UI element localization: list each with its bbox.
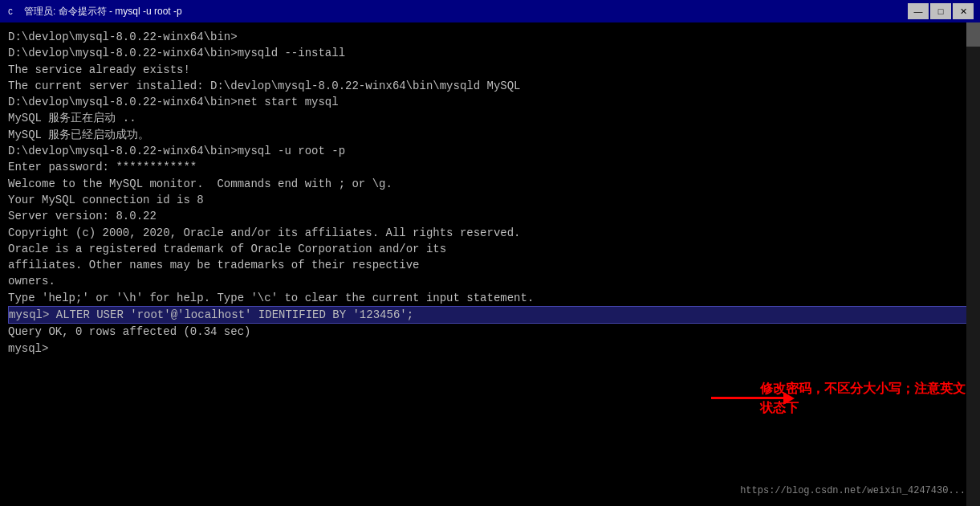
terminal-line: The current server installed: D:\devlop\… — [8, 78, 972, 94]
window-title: 管理员: 命令提示符 - mysql -u root -p — [24, 5, 908, 18]
svg-text:C: C — [8, 8, 13, 17]
terminal-line: Enter password: ************ — [8, 159, 972, 175]
window-controls: — □ ✕ — [908, 3, 974, 19]
terminal-line: D:\devlop\mysql-8.0.22-winx64\bin>mysqld… — [8, 45, 972, 61]
terminal-line: Server version: 8.0.22 — [8, 208, 972, 224]
cmd-icon: C — [6, 5, 19, 18]
url-text: https://blog.csdn.net/weixin_4247430... — [740, 485, 966, 496]
maximize-button[interactable]: □ — [930, 3, 951, 19]
title-bar: C 管理员: 命令提示符 - mysql -u root -p — □ ✕ — [0, 0, 980, 22]
annotation-area: 修改密码，不区分大小写；注意英文 状态下 — [760, 379, 966, 418]
terminal-line: D:\devlop\mysql-8.0.22-winx64\bin>net st… — [8, 94, 972, 110]
terminal-line: Query OK, 0 rows affected (0.34 sec) — [8, 324, 972, 340]
terminal-line: D:\devlop\mysql-8.0.22-winx64\bin>mysql … — [8, 143, 972, 159]
terminal-window: C 管理员: 命令提示符 - mysql -u root -p — □ ✕ D:… — [0, 0, 980, 506]
terminal-line: Oracle is a registered trademark of Orac… — [8, 241, 972, 257]
terminal-line: Type 'help;' or '\h' for help. Type '\c'… — [8, 290, 972, 306]
terminal-output: D:\devlop\mysql-8.0.22-winx64\bin>D:\dev… — [8, 29, 972, 357]
terminal-line: The service already exists! — [8, 62, 972, 78]
annotation-line2: 状态下 — [760, 398, 799, 418]
annotation-line1: 修改密码，不区分大小写；注意英文 — [760, 379, 966, 398]
terminal-line: Copyright (c) 2000, 2020, Oracle and/or … — [8, 225, 972, 241]
terminal-line: Welcome to the MySQL monitor. Commands e… — [8, 176, 972, 192]
highlighted-command: mysql> ALTER USER 'root'@'localhost' IDE… — [8, 306, 972, 324]
terminal-line: mysql> — [8, 341, 972, 357]
terminal-line: MySQL 服务正在启动 .. — [8, 110, 972, 126]
scrollbar-thumb[interactable] — [966, 22, 980, 47]
terminal-body[interactable]: D:\devlop\mysql-8.0.22-winx64\bin>D:\dev… — [0, 22, 980, 506]
terminal-line: MySQL 服务已经启动成功。 — [8, 127, 972, 143]
minimize-button[interactable]: — — [908, 3, 929, 19]
terminal-line: Your MySQL connection id is 8 — [8, 192, 972, 208]
terminal-line: owners. — [8, 273, 972, 289]
scrollbar[interactable] — [966, 22, 980, 506]
close-button[interactable]: ✕ — [953, 3, 974, 19]
terminal-line: D:\devlop\mysql-8.0.22-winx64\bin> — [8, 29, 972, 45]
terminal-line: affiliates. Other names may be trademark… — [8, 257, 972, 273]
